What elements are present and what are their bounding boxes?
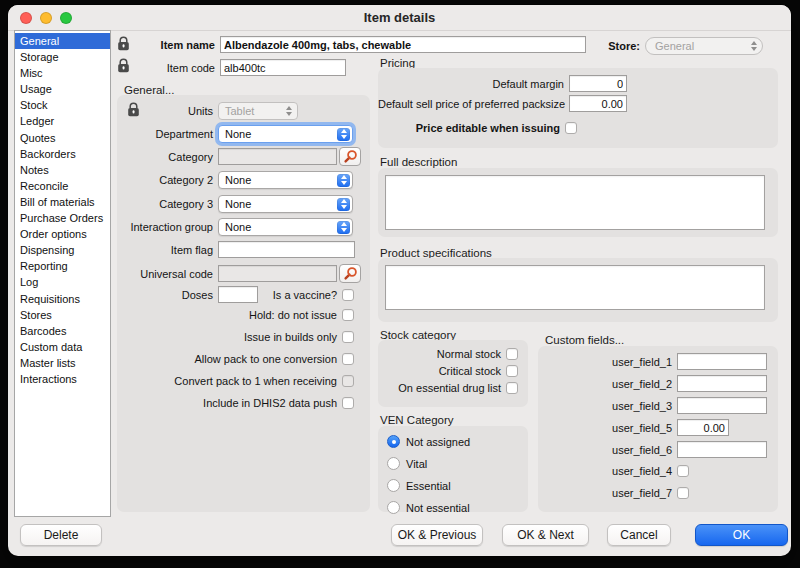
sidebar-item-purchase-orders[interactable]: Purchase Orders <box>15 210 110 226</box>
sidebar-item-ledger[interactable]: Ledger <box>15 113 110 129</box>
is-a-vaccine-label: Is a vaccine? <box>273 289 337 301</box>
sidebar-item-log[interactable]: Log <box>15 274 110 290</box>
convert-pack-to-1-when-receiving-label: Convert pack to 1 when receiving <box>174 375 337 387</box>
category2-label: Category 2 <box>125 174 213 186</box>
user-field-3-input[interactable] <box>677 397 767 414</box>
cancel-button[interactable]: Cancel <box>607 524 671 546</box>
category3-select[interactable]: None <box>218 195 353 213</box>
sidebar-item-requisitions[interactable]: Requisitions <box>15 291 110 307</box>
issue-in-builds-only-checkbox[interactable] <box>342 331 354 343</box>
ven-not-assigned-radio[interactable] <box>387 435 400 448</box>
user-field-5-input[interactable] <box>677 419 729 436</box>
category-search-button[interactable] <box>339 147 361 166</box>
convert-pack-to-1-when-receiving-checkbox[interactable] <box>342 375 354 387</box>
department-label: Department <box>125 128 213 140</box>
up-down-chevrons-icon <box>337 128 350 141</box>
delete-button[interactable]: Delete <box>20 524 102 546</box>
full-description-label: Full description <box>380 156 457 168</box>
units-select[interactable]: Tablet <box>218 102 298 120</box>
critical-stock-label: Critical stock <box>439 365 501 377</box>
doses-label: Doses <box>125 289 213 301</box>
ok-button[interactable]: OK <box>695 524 788 546</box>
item-name-label: Item name <box>128 39 215 51</box>
ven-vital-label: Vital <box>406 458 427 470</box>
sidebar-item-order-options[interactable]: Order options <box>15 226 110 242</box>
sidebar-item-misc[interactable]: Misc <box>15 65 110 81</box>
store-select[interactable]: General <box>645 37 763 55</box>
window-controls <box>20 12 72 24</box>
up-down-chevrons-icon <box>337 221 350 234</box>
sidebar-item-bill-of-materials[interactable]: Bill of materials <box>15 194 110 210</box>
hold-do-not-issue-checkbox[interactable] <box>342 309 354 321</box>
up-down-chevrons-icon <box>337 198 350 211</box>
critical-stock-checkbox[interactable] <box>506 365 518 377</box>
item-name-input[interactable] <box>220 36 586 53</box>
sidebar-item-stock[interactable]: Stock <box>15 97 110 113</box>
default-sell-price-input[interactable] <box>569 95 627 112</box>
ok-previous-button[interactable]: OK & Previous <box>391 524 483 546</box>
sidebar-item-interactions[interactable]: Interactions <box>15 371 110 387</box>
default-margin-label: Default margin <box>378 78 564 90</box>
price-editable-label: Price editable when issuing <box>378 122 560 134</box>
interaction-group-label: Interaction group <box>125 221 213 233</box>
user-field-5-label: user_field_5 <box>538 422 672 434</box>
minimize-icon[interactable] <box>40 12 52 24</box>
category2-select[interactable]: None <box>218 171 353 189</box>
user-field-7-checkbox[interactable] <box>677 487 689 499</box>
default-sell-price-label: Default sell price of preferred packsize <box>378 98 564 110</box>
sidebar-item-custom-data[interactable]: Custom data <box>15 339 110 355</box>
close-icon[interactable] <box>20 12 32 24</box>
universal-code-search-button[interactable] <box>339 264 361 283</box>
custom-fields-panel: user_field_1 user_field_2 user_field_3 u… <box>538 346 778 512</box>
user-field-2-label: user_field_2 <box>538 378 672 390</box>
sidebar-item-reporting[interactable]: Reporting <box>15 258 110 274</box>
sidebar-item-usage[interactable]: Usage <box>15 81 110 97</box>
sidebar-item-general[interactable]: General <box>15 33 110 49</box>
include-in-dhis2-data-push-checkbox[interactable] <box>342 397 354 409</box>
doses-input[interactable] <box>218 286 258 303</box>
sidebar-item-notes[interactable]: Notes <box>15 162 110 178</box>
sidebar-item-dispensing[interactable]: Dispensing <box>15 242 110 258</box>
universal-code-label: Universal code <box>125 268 213 280</box>
normal-stock-checkbox[interactable] <box>506 348 518 360</box>
department-select[interactable]: None <box>218 125 353 143</box>
full-description-textarea[interactable] <box>385 175 765 230</box>
product-specifications-textarea[interactable] <box>385 265 765 310</box>
sidebar-item-barcodes[interactable]: Barcodes <box>15 323 110 339</box>
user-field-4-checkbox[interactable] <box>677 465 689 477</box>
zoom-icon[interactable] <box>60 12 72 24</box>
user-field-1-input[interactable] <box>677 353 767 370</box>
sidebar-item-quotes[interactable]: Quotes <box>15 130 110 146</box>
sidebar-item-master-lists[interactable]: Master lists <box>15 355 110 371</box>
interaction-group-select[interactable]: None <box>218 218 353 236</box>
window-title: Item details <box>8 5 791 31</box>
item-flag-input[interactable] <box>218 241 355 258</box>
user-field-6-input[interactable] <box>677 441 767 458</box>
default-margin-input[interactable] <box>569 75 627 92</box>
units-label: Units <box>125 105 213 117</box>
store-label: Store: <box>608 40 640 52</box>
ok-next-button[interactable]: OK & Next <box>502 524 589 546</box>
item-code-input[interactable] <box>220 59 346 76</box>
sidebar-item-backorders[interactable]: Backorders <box>15 146 110 162</box>
up-down-chevrons-icon <box>286 106 292 116</box>
up-down-chevrons-icon <box>751 41 757 51</box>
sidebar-item-stores[interactable]: Stores <box>15 307 110 323</box>
universal-code-input[interactable] <box>218 265 337 282</box>
category-input[interactable] <box>218 148 337 165</box>
on-essential-drug-list-checkbox[interactable] <box>506 382 518 394</box>
product-specifications-panel <box>378 258 778 322</box>
is-a-vaccine-checkbox[interactable] <box>342 289 354 301</box>
user-field-3-label: user_field_3 <box>538 400 672 412</box>
hold-do-not-issue-label: Hold: do not issue <box>249 309 337 321</box>
ven-essential-radio[interactable] <box>387 479 400 492</box>
ven-essential-label: Essential <box>406 480 451 492</box>
ven-vital-radio[interactable] <box>387 457 400 470</box>
sidebar-item-storage[interactable]: Storage <box>15 49 110 65</box>
user-field-2-input[interactable] <box>677 375 767 392</box>
allow-pack-to-one-conversion-checkbox[interactable] <box>342 353 354 365</box>
user-field-7-label: user_field_7 <box>538 487 672 499</box>
ven-not-essential-radio[interactable] <box>387 501 400 514</box>
sidebar-item-reconcile[interactable]: Reconcile <box>15 178 110 194</box>
price-editable-checkbox[interactable] <box>565 122 577 134</box>
